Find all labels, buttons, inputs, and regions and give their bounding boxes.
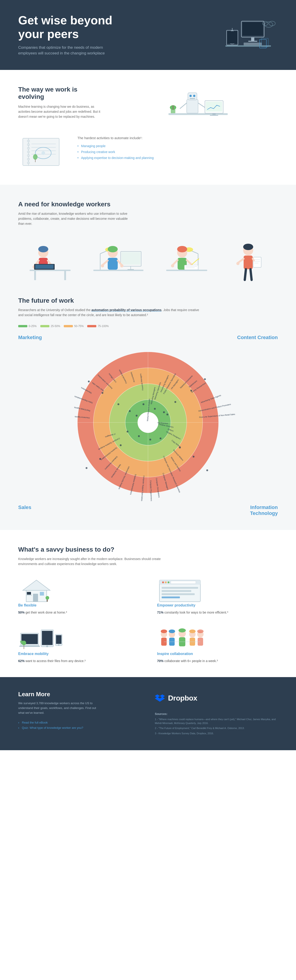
chart-labels-top: Marketing Content Creation bbox=[18, 334, 278, 340]
savvy-item-flexible: Be flexible 50% get their work done at h… bbox=[18, 578, 139, 615]
legend-label-25: 25-50% bbox=[51, 325, 60, 328]
hardest-title: The hardest activities to automate inclu… bbox=[77, 136, 278, 140]
knowledge-title: A need for knowledge workers bbox=[18, 200, 278, 208]
future-body-prefix: Researchers at the University of Oxford … bbox=[18, 308, 91, 312]
savvy-title: What's a savvy business to do? bbox=[18, 546, 278, 553]
footer-title: Learn More bbox=[18, 691, 141, 698]
svg-rect-26 bbox=[206, 102, 222, 111]
svg-point-102 bbox=[236, 262, 240, 265]
svg-rect-49 bbox=[30, 270, 71, 271]
svg-rect-200 bbox=[42, 631, 53, 645]
collaboration-desc: 70% collaborate with 6+ people in a week… bbox=[157, 659, 278, 663]
svg-point-167 bbox=[190, 390, 192, 391]
svg-point-162 bbox=[118, 403, 119, 405]
hero-title: Get wise beyond your peers bbox=[18, 14, 132, 41]
svg-rect-2 bbox=[251, 38, 254, 41]
svg-line-84 bbox=[187, 260, 192, 265]
flexible-desc: 50% get their work done at home.³ bbox=[18, 610, 139, 615]
svg-point-177 bbox=[166, 414, 168, 415]
svg-point-21 bbox=[193, 95, 195, 97]
knowledge-section: A need for knowledge workers Amid the ri… bbox=[0, 185, 296, 281]
knowledge-body: Amid the rise of automation, knowledge w… bbox=[18, 211, 132, 226]
svg-point-48 bbox=[33, 154, 38, 160]
svg-rect-93 bbox=[243, 256, 253, 269]
svg-rect-1 bbox=[242, 22, 263, 35]
svg-rect-13 bbox=[227, 31, 237, 43]
savvy-item-mobility: Embrace mobility 62% want to access thei… bbox=[18, 626, 139, 663]
collaboration-title: Inspire collaboration bbox=[157, 652, 278, 656]
svg-point-46 bbox=[41, 151, 45, 155]
savvy-grid: Be flexible 50% get their work done at h… bbox=[18, 578, 278, 663]
svg-marker-231 bbox=[160, 694, 165, 698]
savvy-item-productivity: Empower productivity 71% constantly look… bbox=[157, 578, 278, 615]
mobility-svg bbox=[18, 626, 64, 651]
chart-label-content: Content Creation bbox=[237, 334, 278, 340]
workers-illustration bbox=[18, 235, 278, 281]
svg-point-157 bbox=[154, 408, 156, 410]
mobility-illustration bbox=[18, 626, 50, 649]
svg-point-70 bbox=[108, 246, 118, 252]
footer-link-quiz[interactable]: Quiz: What type of knowledge worker are … bbox=[18, 726, 141, 729]
legend-0-25: 0-25% bbox=[18, 325, 37, 328]
svg-rect-192 bbox=[162, 587, 198, 589]
legend-label-75: 75-100% bbox=[98, 325, 108, 328]
svg-point-189 bbox=[165, 581, 167, 583]
svg-line-86 bbox=[192, 259, 197, 265]
legend-bar: 0-25% 25-50% 50-75% 75-100% bbox=[18, 325, 278, 328]
hardest-activities: The hardest activities to automate inclu… bbox=[77, 136, 278, 161]
svg-rect-193 bbox=[162, 590, 191, 592]
svg-rect-3 bbox=[248, 41, 257, 42]
svg-line-98 bbox=[245, 269, 246, 280]
svg-rect-76 bbox=[166, 270, 207, 271]
svg-rect-88 bbox=[185, 265, 198, 270]
svg-point-207 bbox=[20, 640, 23, 643]
chart-labels-bottom: Sales InformationTechnology bbox=[18, 504, 278, 516]
sources-title: Sources: bbox=[155, 712, 278, 716]
svg-point-156 bbox=[136, 415, 137, 417]
svg-point-201 bbox=[46, 646, 48, 647]
flexible-svg bbox=[18, 578, 55, 603]
svg-rect-65 bbox=[127, 269, 134, 270]
svg-point-173 bbox=[206, 469, 208, 471]
collaboration-illustration bbox=[157, 626, 189, 649]
svg-rect-194 bbox=[162, 593, 195, 595]
hardest-item-2: Producing creative work bbox=[77, 149, 278, 155]
robot-desk-illustration bbox=[162, 86, 234, 127]
svg-rect-195 bbox=[162, 597, 180, 598]
sources-block: Sources: 1 - "Where machines could repla… bbox=[155, 712, 278, 737]
flexible-illustration bbox=[18, 578, 50, 601]
dropbox-logo: Dropbox bbox=[155, 693, 197, 703]
dropbox-icon-svg bbox=[155, 693, 165, 703]
svg-point-176 bbox=[127, 431, 129, 433]
svg-rect-17 bbox=[169, 113, 228, 115]
hardest-list: Managing people Producing creative work … bbox=[77, 143, 278, 161]
svg-rect-94 bbox=[253, 257, 261, 267]
legend-color-50 bbox=[64, 325, 73, 327]
svg-point-215 bbox=[178, 628, 186, 632]
svg-point-158 bbox=[129, 410, 131, 412]
productivity-illustration bbox=[157, 578, 189, 601]
svg-line-101 bbox=[253, 259, 254, 261]
svg-rect-180 bbox=[33, 594, 38, 602]
svg-rect-203 bbox=[56, 635, 62, 644]
collaboration-svg bbox=[157, 626, 207, 651]
svg-point-218 bbox=[189, 630, 196, 633]
savvy-item-collaboration: Inspire collaboration 70% collaborate wi… bbox=[157, 626, 278, 663]
legend-50-75: 50-75% bbox=[64, 325, 84, 328]
svg-rect-182 bbox=[26, 595, 32, 595]
footer-link-ebook[interactable]: Read the full eBook bbox=[18, 721, 141, 724]
source-3: 3 - Knowledge Workers Survey Data, Dropb… bbox=[155, 732, 278, 735]
future-body-link: automation probability of various occupa… bbox=[91, 308, 161, 312]
circular-chart-svg: Market Research Analysts Marketing Manag… bbox=[68, 343, 228, 502]
svg-point-74 bbox=[101, 264, 104, 267]
notebook-illustration bbox=[18, 136, 64, 171]
hardest-item-1: Managing people bbox=[77, 143, 278, 149]
svg-line-83 bbox=[173, 260, 178, 265]
hero-text-block: Get wise beyond your peers Companies tha… bbox=[18, 14, 132, 56]
svg-point-165 bbox=[179, 447, 181, 449]
chart-label-marketing: Marketing bbox=[18, 334, 42, 340]
svg-point-190 bbox=[167, 581, 169, 583]
svg-point-221 bbox=[197, 630, 204, 633]
evolving-title: The way we work is evolving bbox=[18, 86, 105, 100]
svg-rect-60 bbox=[35, 265, 54, 269]
